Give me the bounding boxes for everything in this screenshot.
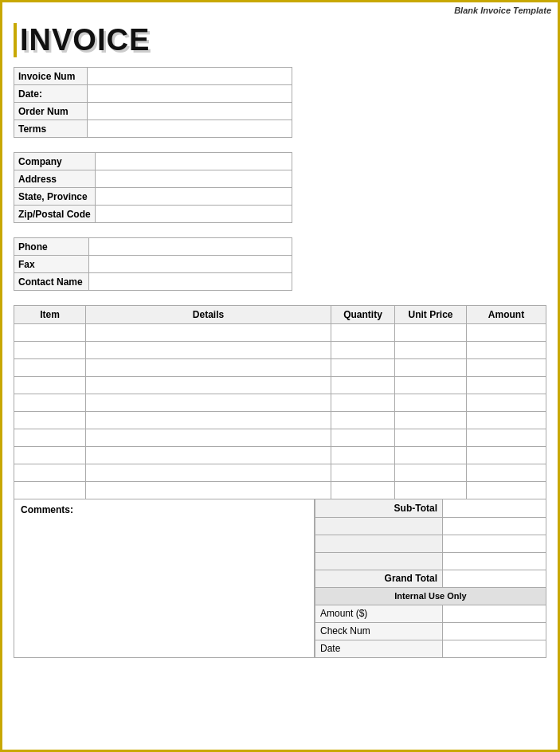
zip-row: Zip/Postal Code: [14, 206, 292, 223]
table-row: [14, 447, 546, 464]
item-cell[interactable]: [14, 394, 86, 412]
amount-cell[interactable]: [467, 377, 546, 394]
amount-cell[interactable]: [467, 412, 546, 429]
address-row: Address: [14, 170, 292, 188]
grand-total-value[interactable]: [443, 570, 546, 587]
unit-cell[interactable]: [395, 412, 467, 429]
table-row: [14, 464, 546, 482]
qty-cell[interactable]: [331, 412, 395, 429]
contact-name-label: Contact Name: [14, 273, 89, 291]
amount-cell[interactable]: [467, 482, 546, 499]
internal-use-header-row: Internal Use Only: [315, 587, 546, 605]
phone-value[interactable]: [88, 238, 292, 256]
unit-cell[interactable]: [395, 429, 467, 447]
subtotal-label: Sub-Total: [315, 499, 443, 517]
terms-row: Terms: [14, 120, 292, 138]
date-value[interactable]: [88, 85, 292, 103]
blank-value-3[interactable]: [443, 552, 546, 570]
amount-cell[interactable]: [467, 394, 546, 412]
col-header-details: Details: [86, 306, 331, 324]
blank-value-2[interactable]: [443, 535, 546, 552]
details-cell[interactable]: [86, 482, 331, 499]
amount-cell[interactable]: [467, 324, 546, 342]
item-cell[interactable]: [14, 482, 86, 499]
subtotal-value[interactable]: [443, 499, 546, 517]
item-cell[interactable]: [14, 377, 86, 394]
item-cell[interactable]: [14, 324, 86, 342]
order-num-row: Order Num: [14, 103, 292, 120]
invoice-num-value[interactable]: [88, 68, 292, 85]
check-num-value[interactable]: [443, 622, 546, 640]
amount-cell[interactable]: [467, 342, 546, 359]
details-cell[interactable]: [86, 394, 331, 412]
contact-name-value[interactable]: [88, 273, 292, 291]
internal-date-value[interactable]: [443, 640, 546, 657]
unit-cell[interactable]: [395, 394, 467, 412]
table-row: [14, 377, 546, 394]
qty-cell[interactable]: [331, 447, 395, 464]
qty-cell[interactable]: [331, 464, 395, 482]
qty-cell[interactable]: [331, 482, 395, 499]
col-header-item: Item: [14, 306, 86, 324]
address-label: Address: [14, 170, 96, 188]
amount-dollars-value[interactable]: [443, 605, 546, 622]
unit-cell[interactable]: [395, 324, 467, 342]
table-row: [14, 429, 546, 447]
unit-cell[interactable]: [395, 464, 467, 482]
col-header-unit-price: Unit Price: [395, 306, 467, 324]
blank-label-3: [315, 552, 443, 570]
internal-use-header: Internal Use Only: [315, 587, 546, 605]
company-value[interactable]: [95, 153, 292, 170]
item-cell[interactable]: [14, 447, 86, 464]
details-cell[interactable]: [86, 429, 331, 447]
invoice-title-main: INVOICE: [20, 23, 150, 57]
qty-cell[interactable]: [331, 342, 395, 359]
zip-value[interactable]: [95, 206, 292, 223]
fax-value[interactable]: [88, 256, 292, 273]
item-cell[interactable]: [14, 342, 86, 359]
col-header-quantity: Quantity: [331, 306, 395, 324]
phone-row: Phone: [14, 238, 292, 256]
details-cell[interactable]: [86, 342, 331, 359]
item-cell[interactable]: [14, 359, 86, 377]
amount-cell[interactable]: [467, 429, 546, 447]
unit-cell[interactable]: [395, 447, 467, 464]
internal-date-label: Date: [315, 640, 443, 657]
unit-cell[interactable]: [395, 482, 467, 499]
unit-cell[interactable]: [395, 359, 467, 377]
details-cell[interactable]: [86, 359, 331, 377]
qty-cell[interactable]: [331, 324, 395, 342]
bottom-section: Comments: Sub-Total: [14, 499, 546, 658]
address-value[interactable]: [95, 170, 292, 188]
item-cell[interactable]: [14, 412, 86, 429]
blank-label-2: [315, 535, 443, 552]
item-cell[interactable]: [14, 429, 86, 447]
unit-cell[interactable]: [395, 377, 467, 394]
item-cell[interactable]: [14, 464, 86, 482]
items-table: Item Details Quantity Unit Price Amount: [14, 305, 546, 499]
details-cell[interactable]: [86, 377, 331, 394]
details-cell[interactable]: [86, 447, 331, 464]
state-province-value[interactable]: [95, 188, 292, 206]
terms-label: Terms: [14, 120, 88, 138]
amount-cell[interactable]: [467, 359, 546, 377]
comments-area[interactable]: Comments:: [14, 499, 315, 658]
details-cell[interactable]: [86, 412, 331, 429]
details-cell[interactable]: [86, 464, 331, 482]
unit-cell[interactable]: [395, 342, 467, 359]
zip-label: Zip/Postal Code: [14, 206, 96, 223]
qty-cell[interactable]: [331, 394, 395, 412]
order-num-value[interactable]: [88, 103, 292, 120]
qty-cell[interactable]: [331, 377, 395, 394]
top-info-table: Invoice Num Date: Order Num Terms: [14, 67, 292, 138]
qty-cell[interactable]: [331, 429, 395, 447]
details-cell[interactable]: [86, 324, 331, 342]
blank-value-1[interactable]: [443, 517, 546, 535]
blank-label-1: [315, 517, 443, 535]
table-row: [14, 394, 546, 412]
subtotal-row: Sub-Total: [315, 499, 546, 517]
amount-cell[interactable]: [467, 464, 546, 482]
qty-cell[interactable]: [331, 359, 395, 377]
amount-cell[interactable]: [467, 447, 546, 464]
terms-value[interactable]: [88, 120, 292, 138]
